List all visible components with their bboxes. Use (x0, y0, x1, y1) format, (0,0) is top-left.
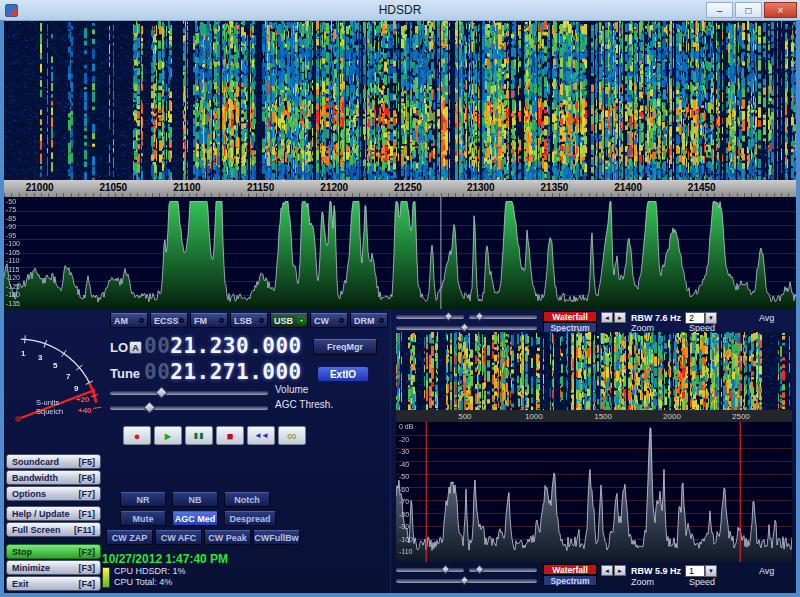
af-waterfall-tab[interactable]: Waterfall (543, 564, 597, 575)
mode-label: USB (274, 316, 293, 326)
nb-button[interactable]: NB (172, 492, 218, 507)
freq-tick: 21100 (173, 182, 200, 193)
slider-thumb[interactable] (444, 312, 454, 322)
slider-thumb[interactable] (441, 565, 451, 575)
lo-label: LO (110, 340, 128, 355)
rewind-icon[interactable]: ◄◄ (247, 426, 275, 445)
maximize-icon[interactable]: □ (735, 2, 762, 18)
agc-threshold-slider[interactable] (110, 406, 268, 410)
close-icon[interactable]: × (764, 2, 797, 18)
frequency-scale[interactable]: 21000 21050 21100 21150 21200 21250 2130… (4, 180, 796, 197)
play-icon[interactable]: ► (154, 426, 182, 445)
extio-button[interactable]: ExtIO (317, 366, 369, 382)
db-label: -90 (6, 223, 16, 231)
slider-thumb[interactable] (474, 565, 484, 575)
mode-label: ECSS (154, 316, 179, 326)
cw-afc-button[interactable]: CW AFC (155, 530, 202, 545)
cw-zap-button[interactable]: CW ZAP (106, 530, 153, 545)
button-hotkey: [F1] (79, 509, 96, 519)
mode-led-icon (219, 318, 224, 323)
mode-fm-button[interactable]: FM (190, 313, 228, 328)
title-bar[interactable]: HDSDR – □ × (0, 0, 800, 20)
mode-drm-button[interactable]: DRM (350, 313, 388, 328)
slider-thumb[interactable] (459, 576, 469, 586)
pause-icon[interactable]: ▮▮ (185, 426, 213, 445)
freqmgr-button[interactable]: FreqMgr (313, 339, 377, 355)
minimize-app-button[interactable]: Minimize[F3] (6, 560, 101, 575)
agc-mode-button[interactable]: AGC Med (172, 511, 218, 526)
af-zoom-slider[interactable] (396, 568, 464, 572)
lo-lock-button[interactable]: A (129, 341, 142, 354)
slider-thumb[interactable] (474, 312, 484, 322)
lo-frequency-display[interactable]: 0021.230.000 (144, 334, 302, 358)
mode-am-button[interactable]: AM (110, 313, 148, 328)
freq-tick: 21450 (688, 182, 716, 193)
loop-icon[interactable]: ∞ (278, 426, 306, 445)
af-avg-select-value[interactable]: 1 (685, 565, 705, 577)
af-freq-tick: 2000 (663, 412, 681, 421)
af-panel: Waterfall Spectrum ◄ ► RBW 7.6 Hz 2 ▼ Av… (390, 309, 796, 593)
mode-usb-button[interactable]: USB (270, 313, 308, 328)
mode-label: DRM (354, 316, 375, 326)
cw-fullbw-button[interactable]: CWFullBw (253, 530, 300, 545)
main-spectrum-canvas[interactable] (4, 197, 796, 309)
mode-led-icon (179, 318, 184, 323)
af-avg-select[interactable]: 1 ▼ (685, 565, 717, 577)
af-speed-slider[interactable] (396, 579, 537, 583)
af-offset-slider[interactable] (469, 568, 537, 572)
af-spectrum-tab[interactable]: Spectrum (543, 575, 597, 586)
stop-icon[interactable]: ■ (216, 426, 244, 445)
nr-button[interactable]: NR (120, 492, 166, 507)
soundcard-button[interactable]: Soundcard[F5] (6, 454, 101, 469)
bandwidth-button[interactable]: Bandwidth[F6] (6, 470, 101, 485)
options-button[interactable]: Options[F7] (6, 486, 101, 501)
mode-label: LSB (234, 316, 252, 326)
chevron-down-icon[interactable]: ▼ (705, 565, 717, 577)
af-db-label: -100 (399, 536, 413, 544)
cpu-meter-bar (102, 567, 110, 588)
button-label: Stop (12, 547, 32, 557)
mode-cw-button[interactable]: CW (310, 313, 348, 328)
main-waterfall[interactable] (4, 20, 796, 180)
agc-slider-thumb[interactable] (143, 401, 156, 414)
main-spectrum[interactable]: -50 -75 -85 -90 -95 -100 -105 -110 -115 … (4, 197, 796, 309)
waterfall-tab[interactable]: Waterfall (543, 311, 597, 322)
s-meter-label: 1 (21, 349, 26, 358)
rf-offset-slider[interactable] (469, 315, 537, 319)
freq-tick: 21000 (26, 182, 54, 193)
af-freq-tick: 2500 (732, 412, 750, 421)
help-update-button[interactable]: Help / Update[F1] (6, 506, 101, 521)
af-waterfall-canvas[interactable] (396, 332, 792, 410)
s-meter-over-label: +40 (78, 406, 92, 415)
rf-speed-slider[interactable] (396, 326, 537, 330)
stop-start-button[interactable]: Stop[F2] (6, 544, 101, 559)
af-rbw-decrease-icon[interactable]: ◄ (601, 565, 613, 576)
cw-peak-button[interactable]: CW Peak (204, 530, 251, 545)
mute-button[interactable]: Mute (120, 511, 166, 526)
af-rbw-increase-icon[interactable]: ► (614, 565, 626, 576)
rf-zoom-slider[interactable] (396, 315, 464, 319)
main-waterfall-canvas[interactable] (4, 21, 796, 180)
rbw-decrease-icon[interactable]: ◄ (601, 312, 613, 323)
af-waterfall[interactable] (396, 332, 792, 410)
af-spectrum-canvas[interactable] (396, 422, 792, 562)
slider-thumb[interactable] (459, 323, 469, 333)
record-icon[interactable]: ● (123, 426, 151, 445)
volume-slider[interactable] (110, 391, 268, 395)
af-spectrum[interactable]: 0 dB -20 -30 -40 -50 -60 -70 -80 -90 -10… (396, 422, 792, 562)
exit-button[interactable]: Exit[F4] (6, 576, 101, 591)
mode-ecss-button[interactable]: ECSS (150, 313, 188, 328)
volume-slider-thumb[interactable] (156, 386, 169, 399)
despread-button[interactable]: Despread (224, 511, 276, 526)
fullscreen-button[interactable]: Full Screen[F11] (6, 522, 101, 537)
notch-button[interactable]: Notch (224, 492, 270, 507)
rbw-readout: RBW 7.6 Hz (631, 313, 681, 323)
squelch-label[interactable]: Squelch (36, 407, 63, 416)
button-label: Bandwidth (12, 473, 58, 483)
rbw-increase-icon[interactable]: ► (614, 312, 626, 323)
tune-frequency-display[interactable]: 0021.271.000 (144, 360, 302, 384)
minimize-icon[interactable]: – (706, 2, 733, 18)
tune-digits: 21.271.000 (170, 360, 301, 384)
af-frequency-scale[interactable]: 500 1000 1500 2000 2500 (396, 410, 792, 422)
mode-lsb-button[interactable]: LSB (230, 313, 268, 328)
